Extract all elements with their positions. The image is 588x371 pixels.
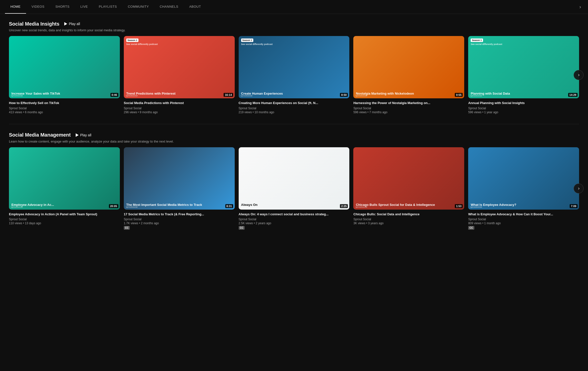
season-badge: Season 1 xyxy=(471,38,483,42)
video-card[interactable]: Employee Advocacy in Ac...sproutsocial20… xyxy=(9,147,120,230)
nav-tab-videos[interactable]: VIDEOS xyxy=(26,0,50,14)
video-title: What is Employee Advocacy & How Can it B… xyxy=(468,212,579,217)
video-meta: 596 views • 7 months ago xyxy=(353,111,464,114)
section-description: Learn how to create content, engage with… xyxy=(9,140,207,143)
duration-badge: 8:31 xyxy=(225,204,233,208)
thumbnail-background: Increase Your Sales with TikToksproutsoc… xyxy=(9,36,120,98)
thumbnail-text: The Most Important Social Media Metrics … xyxy=(126,203,232,207)
video-grid-wrapper: Increase Your Sales with TikToksproutsoc… xyxy=(9,36,579,114)
thumbnail-background: Season 1See social differently podcastPl… xyxy=(468,36,579,98)
nav-tab-about[interactable]: ABOUT xyxy=(184,0,206,14)
section-social-media-management: Social Media ManagementPlay allLearn how… xyxy=(9,132,579,230)
thumbnail-background: Employee Advocacy in Ac...sproutsocial xyxy=(9,147,120,210)
video-thumbnail: Always Onsproutsocial2:25 xyxy=(239,147,350,210)
video-meta: 596 views • 1 year ago xyxy=(468,111,579,114)
video-card[interactable]: Chicago Bulls Sprout Social for Data & I… xyxy=(353,147,464,230)
thumbnail-background: Season 1See social differently podcastCr… xyxy=(239,36,350,98)
video-thumbnail: Employee Advocacy in Ac...sproutsocial20… xyxy=(9,147,120,210)
video-title: 17 Social Media Metrics to Track (& Free… xyxy=(124,212,235,217)
video-meta: 809 views • 1 month ago xyxy=(468,222,579,225)
sprout-logo: sproutsocial xyxy=(11,95,23,97)
thumbnail-background: What Is Employee Advocacy?sproutsocial xyxy=(468,147,579,210)
play-icon xyxy=(64,22,67,26)
play-all-label: Play all xyxy=(69,22,80,26)
play-all-label: Play all xyxy=(80,133,91,137)
thumbnail-background: Always Onsproutsocial xyxy=(239,147,350,210)
cc-badge: CC xyxy=(124,226,130,230)
video-thumbnail: Season 1See social differently podcastPl… xyxy=(468,36,579,98)
video-title: Annual Planning with Social Insights xyxy=(468,101,579,105)
video-card[interactable]: Increase Your Sales with TikToksproutsoc… xyxy=(9,36,120,114)
duration-badge: 1:53 xyxy=(455,204,463,208)
thumbnail-background: Chicago Bulls Sprout Social for Data & I… xyxy=(353,147,464,210)
video-thumbnail: Season 1See social differently podcastTr… xyxy=(124,36,235,98)
section-description: Uncover new social trends, data and insi… xyxy=(9,28,207,32)
thumbnail-text: What Is Employee Advocacy? xyxy=(471,203,577,207)
podcast-badge: See social differently podcast xyxy=(241,43,347,45)
section-header: Social Media ManagementPlay all xyxy=(9,132,579,138)
video-meta: 110 views • 13 days ago xyxy=(9,222,120,225)
podcast-badge: See social differently podcast xyxy=(126,43,232,45)
cc-badge: CC xyxy=(468,226,474,230)
video-grid-wrapper: Employee Advocacy in Ac...sproutsocial20… xyxy=(9,147,579,230)
nav-tab-shorts[interactable]: SHORTS xyxy=(50,0,75,14)
duration-badge: 2:25 xyxy=(340,204,348,208)
video-title: How to Effectively Sell on TikTok xyxy=(9,101,120,105)
chevron-right-icon: › xyxy=(578,186,580,191)
video-channel: Sprout Social xyxy=(9,218,120,221)
sprout-logo: sproutsocial xyxy=(470,95,482,97)
play-all-button[interactable]: Play all xyxy=(74,132,93,138)
nav-tab-live[interactable]: LIVE xyxy=(75,0,93,14)
video-card[interactable]: What Is Employee Advocacy?sproutsocial7:… xyxy=(468,147,579,230)
section-title: Social Media Insights xyxy=(9,21,59,27)
podcast-badge: See social differently podcast xyxy=(471,43,577,45)
thumbnail-text: Create Human Experiences xyxy=(241,92,347,96)
section-social-media-insights: Social Media InsightsPlay allUncover new… xyxy=(9,21,579,114)
video-card[interactable]: Always Onsproutsocial2:25Always On: 4 wa… xyxy=(239,147,350,230)
duration-badge: 0:46 xyxy=(110,93,118,97)
next-arrow-button[interactable]: › xyxy=(574,184,584,193)
sprout-logo: sproutsocial xyxy=(126,95,138,97)
nav-tab-playlists[interactable]: PLAYLISTS xyxy=(93,0,122,14)
sprout-logo: sproutsocial xyxy=(470,206,482,208)
thumbnail-text: Planning with Social Data xyxy=(471,92,577,96)
sprout-logo: sproutsocial xyxy=(355,206,367,208)
thumbnail-text: Trend Predictions with Pinterest xyxy=(126,92,232,96)
thumbnail-background: The Most Important Social Media Metrics … xyxy=(124,147,235,210)
video-meta: 3K views • 3 years ago xyxy=(353,222,464,225)
nav-next-arrow[interactable]: › xyxy=(577,2,583,12)
thumbnail-background: Nostalgia Marketing with Nickelodeonspro… xyxy=(353,36,464,98)
video-thumbnail: Season 1See social differently podcastCr… xyxy=(239,36,350,98)
video-card[interactable]: The Most Important Social Media Metrics … xyxy=(124,147,235,230)
duration-badge: 14:29 xyxy=(568,93,578,97)
video-card[interactable]: Season 1See social differently podcastTr… xyxy=(124,36,235,114)
video-grid: Increase Your Sales with TikToksproutsoc… xyxy=(9,36,579,114)
nav-tab-community[interactable]: COMMUNITY xyxy=(122,0,154,14)
video-title: Social Media Predictions with Pinterest xyxy=(124,101,235,105)
duration-badge: 8:50 xyxy=(340,93,348,97)
video-card[interactable]: Nostalgia Marketing with Nickelodeonspro… xyxy=(353,36,464,114)
video-channel: Sprout Social xyxy=(9,107,120,110)
nav-bar: HOMEVIDEOSSHORTSLIVEPLAYLISTSCOMMUNITYCH… xyxy=(0,0,588,14)
video-channel: Sprout Social xyxy=(468,218,579,221)
play-all-button[interactable]: Play all xyxy=(62,21,82,27)
season-badge: Season 1 xyxy=(126,38,139,42)
thumbnail-text: Nostalgia Marketing with Nickelodeon xyxy=(356,92,462,96)
next-arrow-button[interactable]: › xyxy=(574,70,584,80)
nav-tab-channels[interactable]: CHANNELS xyxy=(154,0,184,14)
section-title: Social Media Management xyxy=(9,132,71,138)
video-thumbnail: Increase Your Sales with TikToksproutsoc… xyxy=(9,36,120,98)
sprout-logo: sproutsocial xyxy=(11,206,23,208)
main-content: Social Media InsightsPlay allUncover new… xyxy=(0,14,588,247)
video-meta: 1.7K views • 2 months ago xyxy=(124,222,235,225)
sprout-logo: sproutsocial xyxy=(126,206,138,208)
thumbnail-text: Always On xyxy=(241,203,347,207)
video-card[interactable]: Season 1See social differently podcastCr… xyxy=(239,36,350,114)
video-title: Always On: 4 ways I connect social and b… xyxy=(239,212,350,217)
video-meta: 2.5K views • 2 years ago xyxy=(239,222,350,225)
nav-tab-home[interactable]: HOME xyxy=(5,0,26,14)
sprout-logo: sproutsocial xyxy=(241,206,253,208)
video-meta: 413 views • 6 months ago xyxy=(9,111,120,114)
video-card[interactable]: Season 1See social differently podcastPl… xyxy=(468,36,579,114)
duration-badge: 0:55 xyxy=(455,93,463,97)
